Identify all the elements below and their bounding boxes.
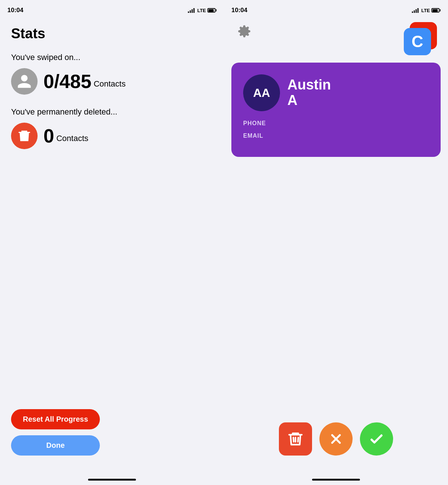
right-header: C: [224, 18, 448, 63]
swiped-count-container: 0/485 Contacts: [43, 72, 126, 91]
swiped-label: You've swiped on...: [11, 53, 213, 62]
x-icon: [328, 431, 344, 447]
swiped-count: 0/485: [43, 72, 91, 91]
bottom-buttons: Reset All Progress Done: [11, 409, 100, 456]
right-panel: 10:04 LTE C: [224, 0, 448, 485]
status-icons-left: LTE: [188, 8, 217, 13]
contact-first-name: Austin: [287, 77, 331, 93]
contact-email-field: EMAIL: [243, 133, 429, 139]
email-label: EMAIL: [243, 133, 429, 139]
stats-content: Stats You've swiped on... 0/485 Contacts…: [0, 18, 224, 171]
signal-bars-right: [412, 8, 419, 13]
deleted-count-container: 0 Contacts: [43, 126, 88, 145]
trash-icon-left: [17, 129, 31, 143]
deleted-label: You've permanently deleted...: [11, 107, 213, 117]
contact-card: AA Austin A PHONE EMAIL: [231, 63, 441, 157]
swiped-contacts-label: Contacts: [94, 79, 126, 91]
done-button[interactable]: Done: [11, 435, 100, 456]
skip-button[interactable]: [319, 422, 353, 456]
person-icon: [16, 73, 32, 89]
contact-initials: AA: [243, 74, 280, 111]
status-time-left: 10:04: [7, 7, 23, 14]
stats-title: Stats: [11, 26, 213, 42]
reset-button[interactable]: Reset All Progress: [11, 409, 100, 429]
swiped-row: 0/485 Contacts: [11, 68, 213, 95]
deleted-contacts-label: Contacts: [56, 134, 88, 145]
lte-label-right: LTE: [421, 8, 430, 13]
home-indicator-left: [88, 479, 136, 481]
status-time-right: 10:04: [231, 7, 247, 14]
lte-label-left: LTE: [197, 8, 206, 13]
trash-avatar: [11, 123, 38, 149]
status-bar-right: 10:04 LTE: [224, 0, 448, 18]
gear-icon: [238, 25, 251, 38]
settings-button[interactable]: [235, 22, 253, 41]
contact-card-header: AA Austin A: [243, 74, 429, 111]
contact-name: Austin A: [287, 77, 331, 108]
contact-last-name: A: [287, 93, 331, 108]
keep-button[interactable]: [360, 422, 393, 456]
contact-phone-field: PHONE: [243, 120, 429, 127]
delete-button[interactable]: [279, 422, 312, 456]
status-bar-left: 10:04 LTE: [0, 0, 224, 18]
battery-icon-right: [431, 8, 441, 13]
check-icon: [368, 430, 385, 447]
app-icon-blue: C: [404, 28, 431, 55]
home-indicator-right: [312, 479, 360, 481]
contact-avatar-icon: [11, 68, 38, 95]
action-buttons: [279, 422, 393, 456]
trash-action-icon: [287, 430, 304, 447]
deleted-count: 0: [43, 126, 54, 145]
phone-label: PHONE: [243, 120, 429, 127]
battery-icon-left: [207, 8, 217, 13]
left-panel: 10:04 LTE Stats You've swiped on...: [0, 0, 224, 485]
app-icon: C: [404, 22, 437, 55]
status-icons-right: LTE: [412, 8, 441, 13]
deleted-row: 0 Contacts: [11, 123, 213, 149]
signal-bars-left: [188, 8, 195, 13]
